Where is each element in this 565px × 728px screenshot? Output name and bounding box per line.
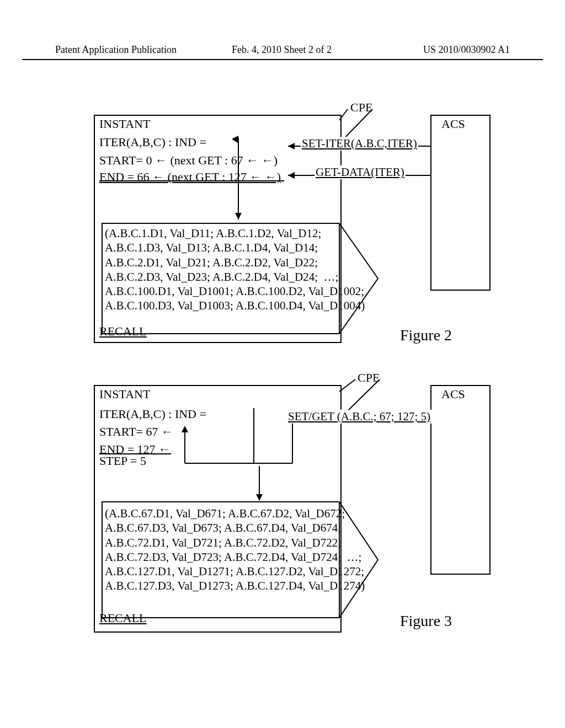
set-iter-msg: SET-ITER(A.B.C,ITER) — [301, 137, 418, 151]
recall-label: RECALL — [99, 611, 147, 625]
figure-2: CPE INSTANT ITER(A,B,C) : IND = — [94, 105, 491, 347]
instant-label: INSTANT — [99, 117, 150, 131]
setget-msg: SET/GET (A.B.C.; 67; 127; 5) — [287, 410, 431, 424]
cpe-label: CPE — [358, 371, 380, 385]
instant-label: INSTANT — [99, 387, 150, 402]
get-data-msg: GET-DATA(ITER) — [315, 165, 406, 179]
cpe-label: CPE — [350, 100, 372, 115]
response-data: (A.B.C.67.D1, Val_D671; A.B.C.67.D2, Val… — [105, 506, 365, 593]
start-line: START= 67 ← — [99, 425, 173, 439]
figure-caption: Figure 2 — [400, 326, 452, 344]
acs-box — [430, 385, 491, 575]
header-mid: Feb. 4, 2010 Sheet 2 of 2 — [232, 44, 332, 56]
patent-page: Patent Application Publication Feb. 4, 2… — [0, 0, 565, 728]
figure-caption: Figure 3 — [400, 612, 452, 630]
start-line: START= 0 ← (next GET : 67 ← ←) — [99, 153, 278, 168]
acs-label: ACS — [441, 387, 465, 402]
acs-label: ACS — [441, 117, 465, 131]
response-data: (A.B.C.1.D1, Val_D11; A.B.C.1.D2, Val_D1… — [105, 226, 365, 313]
header-left: Patent Application Publication — [55, 44, 177, 56]
figure-3: CPE INSTANT ITER(A,B,C) : IND = START= 6… — [94, 375, 491, 634]
page-header: Patent Application Publication Feb. 4, 2… — [22, 44, 543, 60]
step-line: STEP = 5 — [99, 454, 146, 468]
end-line: END = 66 ← (next GET : 127 ← ←) — [99, 170, 281, 184]
header-right: US 2010/0030902 A1 — [423, 44, 510, 56]
recall-label: RECALL — [99, 324, 147, 339]
acs-box — [430, 115, 491, 291]
iter-line: ITER(A,B,C) : IND = — [99, 135, 206, 149]
iter-line: ITER(A,B,C) : IND = — [99, 407, 206, 421]
